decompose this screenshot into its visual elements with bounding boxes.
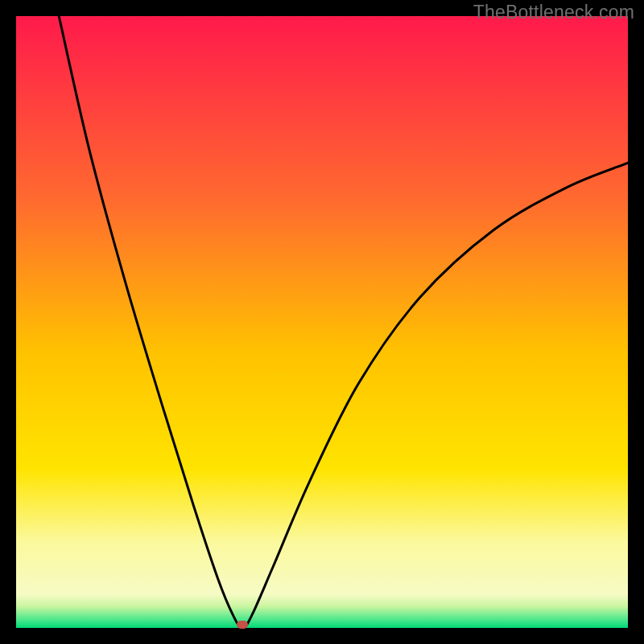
watermark-text: TheBottleneck.com bbox=[473, 2, 634, 23]
chart-frame: TheBottleneck.com bbox=[0, 0, 644, 644]
gradient-background bbox=[16, 16, 628, 628]
chart-svg bbox=[16, 16, 628, 628]
plot-area bbox=[16, 16, 628, 628]
optimal-point-marker bbox=[237, 621, 248, 629]
